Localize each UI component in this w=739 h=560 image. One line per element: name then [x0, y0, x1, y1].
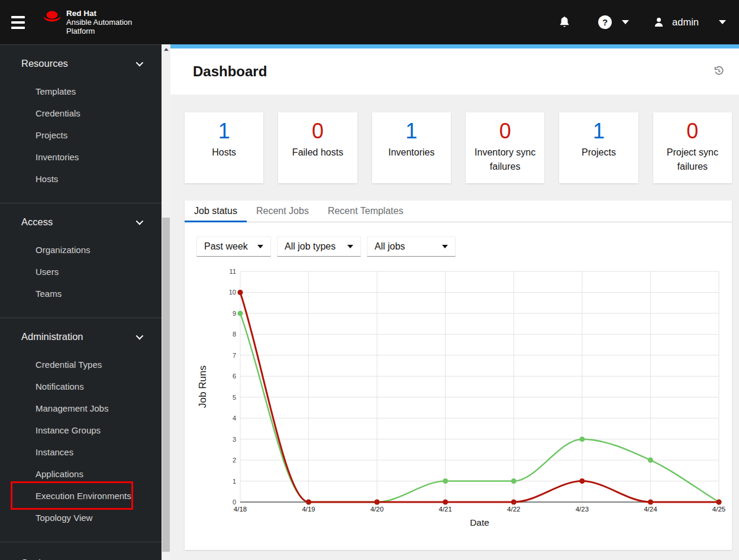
top-navbar: Red Hat Ansible Automation Platform ? ad… [0, 0, 739, 44]
sidebar-navigation: Resources Templates Credentials Projects… [0, 44, 162, 560]
sidebar-item-credentials[interactable]: Credentials [0, 102, 162, 124]
card-inventory-sync-failures[interactable]: 0 Inventory sync failures [466, 112, 544, 183]
help-menu[interactable]: ? [598, 15, 629, 29]
brand-logo[interactable]: Red Hat Ansible Automation Platform [43, 9, 132, 35]
svg-text:7: 7 [233, 352, 236, 359]
svg-text:4/19: 4/19 [302, 506, 315, 513]
card-inventories[interactable]: 1 Inventories [372, 112, 451, 183]
svg-text:8: 8 [233, 331, 236, 338]
sidebar-item-organizations[interactable]: Organizations [0, 239, 162, 261]
main-content: Dashboard 1 Hosts 0 Failed hosts [170, 44, 739, 560]
navbar-right-controls: ? admin [558, 15, 739, 29]
tab-recent-jobs[interactable]: Recent Jobs [247, 200, 318, 222]
sidebar-item-settings[interactable]: Settings [0, 552, 162, 560]
card-value: 1 [377, 118, 446, 144]
card-label: Inventory sync failures [470, 145, 540, 174]
sidebar-item-label: Credentials [36, 108, 80, 118]
sidebar-item-label: Teams [36, 289, 62, 299]
username-label: admin [672, 17, 699, 28]
sidebar-item-label: Applications [36, 469, 83, 479]
svg-text:6: 6 [233, 373, 236, 380]
sidebar-item-label: Hosts [36, 174, 58, 184]
svg-text:11: 11 [230, 268, 236, 275]
chart-filters: Past week All job types All jobs [185, 222, 732, 257]
card-label: Inventories [377, 145, 446, 160]
scrollbar-thumb[interactable] [162, 218, 170, 552]
sidebar-item-label: Organizations [36, 245, 91, 255]
chevron-down-icon [136, 332, 144, 340]
page-header: Dashboard [170, 48, 739, 95]
nav-group-access: Access Organizations Users Teams [0, 203, 162, 318]
sidebar-item-inventories[interactable]: Inventories [0, 146, 162, 168]
select-caret-down-icon [442, 245, 448, 248]
chevron-down-icon [136, 218, 144, 225]
sidebar-item-label: Templates [36, 86, 76, 96]
svg-text:4/21: 4/21 [439, 506, 452, 513]
nav-group-administration: Administration Credential Types Notifica… [0, 318, 162, 542]
sidebar-item-instances[interactable]: Instances [0, 441, 162, 463]
sidebar-item-label: Instances [36, 447, 73, 457]
sidebar-scrollbar[interactable] [162, 44, 170, 560]
nav-group-toggle-resources[interactable]: Resources [0, 52, 162, 75]
period-select[interactable]: Past week [196, 237, 271, 257]
sidebar-item-label: Notifications [36, 381, 84, 391]
notifications-bell-icon[interactable] [558, 16, 571, 29]
svg-text:0: 0 [233, 499, 236, 506]
job-types-select-value: All job types [285, 241, 335, 252]
svg-text:5: 5 [233, 394, 236, 401]
sidebar-item-execution-environments[interactable]: Execution Environments [0, 485, 162, 507]
sidebar-item-hosts[interactable]: Hosts [0, 168, 162, 190]
svg-text:2: 2 [233, 457, 236, 464]
jobs-select-value: All jobs [375, 241, 405, 252]
nav-group-toggle-administration[interactable]: Administration [0, 325, 162, 348]
sidebar-item-topology-view[interactable]: Topology View [0, 507, 162, 529]
period-select-value: Past week [204, 241, 248, 252]
svg-text:4/24: 4/24 [644, 506, 657, 513]
svg-text:3: 3 [233, 436, 236, 443]
brand-line3: Platform [66, 27, 132, 35]
select-caret-down-icon [347, 245, 353, 248]
sidebar-item-applications[interactable]: Applications [0, 463, 162, 485]
sidebar-item-label: Projects [36, 130, 67, 140]
card-value: 1 [189, 118, 259, 144]
card-value: 1 [564, 118, 633, 144]
svg-text:4/18: 4/18 [234, 506, 247, 513]
history-icon[interactable] [713, 65, 725, 79]
nav-group-label: Administration [21, 331, 83, 342]
sidebar-item-users[interactable]: Users [0, 261, 162, 283]
card-label: Projects [564, 145, 633, 160]
sidebar-item-notifications[interactable]: Notifications [0, 376, 162, 397]
card-failed-hosts[interactable]: 0 Failed hosts [278, 112, 357, 183]
user-menu[interactable]: admin [653, 16, 726, 28]
nav-group-label: Settings [21, 558, 57, 560]
sidebar-item-templates[interactable]: Templates [0, 80, 162, 102]
tab-job-status[interactable]: Job status [185, 200, 247, 222]
user-icon [653, 16, 665, 28]
nav-group-resources: Resources Templates Credentials Projects… [0, 45, 162, 203]
scrollbar-up-arrow-icon[interactable] [162, 44, 170, 54]
svg-text:Date: Date [470, 517, 489, 527]
red-hat-fedora-icon [43, 9, 62, 23]
card-hosts[interactable]: 1 Hosts [185, 112, 263, 183]
card-label: Hosts [189, 145, 259, 160]
job-types-select[interactable]: All job types [277, 237, 361, 257]
sidebar-item-instance-groups[interactable]: Instance Groups [0, 419, 162, 441]
sidebar-item-management-jobs[interactable]: Management Jobs [0, 397, 162, 419]
sidebar-item-projects[interactable]: Projects [0, 124, 162, 146]
tab-recent-templates[interactable]: Recent Templates [318, 200, 413, 222]
card-value: 0 [470, 118, 540, 144]
card-value: 0 [658, 118, 727, 144]
help-caret-down-icon [622, 20, 629, 24]
brand-text: Red Hat Ansible Automation Platform [66, 9, 132, 35]
jobs-select[interactable]: All jobs [367, 237, 456, 257]
sidebar-item-credential-types[interactable]: Credential Types [0, 354, 162, 376]
svg-text:1: 1 [233, 478, 236, 485]
svg-text:4/20: 4/20 [370, 506, 383, 513]
nav-group-label: Access [21, 216, 53, 228]
card-project-sync-failures[interactable]: 0 Project sync failures [653, 112, 732, 183]
nav-group-toggle-access[interactable]: Access [0, 211, 162, 234]
nav-toggle-hamburger-icon[interactable] [0, 0, 36, 44]
card-projects[interactable]: 1 Projects [559, 112, 638, 183]
sidebar-item-teams[interactable]: Teams [0, 283, 162, 305]
svg-text:4/23: 4/23 [576, 506, 589, 513]
